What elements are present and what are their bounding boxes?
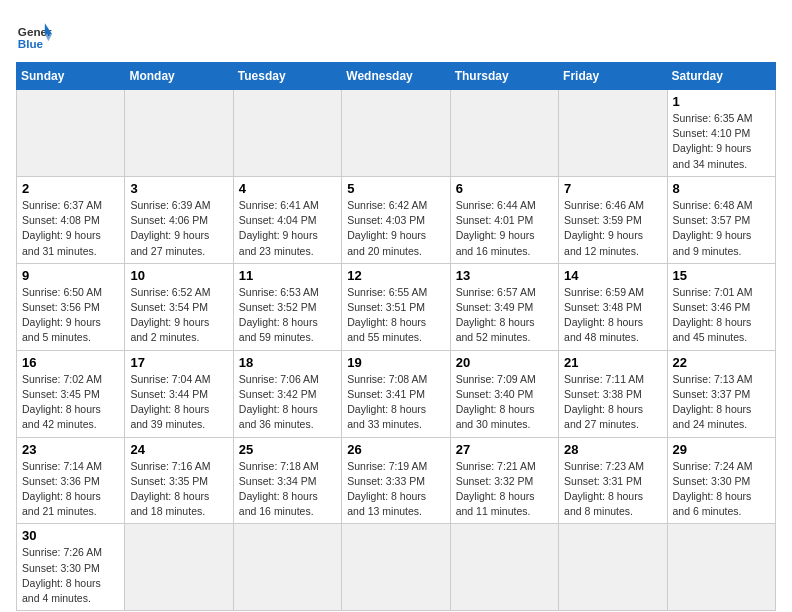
calendar-cell: 22Sunrise: 7:13 AM Sunset: 3:37 PM Dayli… — [667, 350, 775, 437]
weekday-header-saturday: Saturday — [667, 63, 775, 90]
calendar: SundayMondayTuesdayWednesdayThursdayFrid… — [16, 62, 776, 611]
calendar-cell: 23Sunrise: 7:14 AM Sunset: 3:36 PM Dayli… — [17, 437, 125, 524]
day-number: 3 — [130, 181, 227, 196]
day-info: Sunrise: 7:11 AM Sunset: 3:38 PM Dayligh… — [564, 372, 661, 433]
day-info: Sunrise: 7:06 AM Sunset: 3:42 PM Dayligh… — [239, 372, 336, 433]
week-row-1: 1Sunrise: 6:35 AM Sunset: 4:10 PM Daylig… — [17, 90, 776, 177]
day-number: 30 — [22, 528, 119, 543]
logo-icon: General Blue — [16, 16, 52, 52]
day-info: Sunrise: 6:48 AM Sunset: 3:57 PM Dayligh… — [673, 198, 770, 259]
day-number: 8 — [673, 181, 770, 196]
calendar-cell — [17, 90, 125, 177]
calendar-cell: 8Sunrise: 6:48 AM Sunset: 3:57 PM Daylig… — [667, 176, 775, 263]
weekday-header-thursday: Thursday — [450, 63, 558, 90]
calendar-cell: 4Sunrise: 6:41 AM Sunset: 4:04 PM Daylig… — [233, 176, 341, 263]
calendar-cell — [125, 90, 233, 177]
day-info: Sunrise: 6:52 AM Sunset: 3:54 PM Dayligh… — [130, 285, 227, 346]
day-number: 21 — [564, 355, 661, 370]
calendar-cell: 29Sunrise: 7:24 AM Sunset: 3:30 PM Dayli… — [667, 437, 775, 524]
day-number: 12 — [347, 268, 444, 283]
day-info: Sunrise: 7:23 AM Sunset: 3:31 PM Dayligh… — [564, 459, 661, 520]
day-info: Sunrise: 7:21 AM Sunset: 3:32 PM Dayligh… — [456, 459, 553, 520]
day-info: Sunrise: 6:53 AM Sunset: 3:52 PM Dayligh… — [239, 285, 336, 346]
day-info: Sunrise: 6:59 AM Sunset: 3:48 PM Dayligh… — [564, 285, 661, 346]
calendar-cell: 5Sunrise: 6:42 AM Sunset: 4:03 PM Daylig… — [342, 176, 450, 263]
day-number: 20 — [456, 355, 553, 370]
day-info: Sunrise: 6:50 AM Sunset: 3:56 PM Dayligh… — [22, 285, 119, 346]
day-number: 22 — [673, 355, 770, 370]
day-info: Sunrise: 7:02 AM Sunset: 3:45 PM Dayligh… — [22, 372, 119, 433]
calendar-cell: 6Sunrise: 6:44 AM Sunset: 4:01 PM Daylig… — [450, 176, 558, 263]
calendar-cell: 12Sunrise: 6:55 AM Sunset: 3:51 PM Dayli… — [342, 263, 450, 350]
week-row-3: 9Sunrise: 6:50 AM Sunset: 3:56 PM Daylig… — [17, 263, 776, 350]
calendar-cell: 21Sunrise: 7:11 AM Sunset: 3:38 PM Dayli… — [559, 350, 667, 437]
calendar-cell: 13Sunrise: 6:57 AM Sunset: 3:49 PM Dayli… — [450, 263, 558, 350]
calendar-cell: 10Sunrise: 6:52 AM Sunset: 3:54 PM Dayli… — [125, 263, 233, 350]
day-number: 5 — [347, 181, 444, 196]
day-number: 17 — [130, 355, 227, 370]
calendar-cell — [233, 524, 341, 611]
day-number: 27 — [456, 442, 553, 457]
calendar-cell: 30Sunrise: 7:26 AM Sunset: 3:30 PM Dayli… — [17, 524, 125, 611]
calendar-cell — [667, 524, 775, 611]
week-row-5: 23Sunrise: 7:14 AM Sunset: 3:36 PM Dayli… — [17, 437, 776, 524]
calendar-cell: 9Sunrise: 6:50 AM Sunset: 3:56 PM Daylig… — [17, 263, 125, 350]
day-number: 29 — [673, 442, 770, 457]
day-info: Sunrise: 7:18 AM Sunset: 3:34 PM Dayligh… — [239, 459, 336, 520]
calendar-cell: 11Sunrise: 6:53 AM Sunset: 3:52 PM Dayli… — [233, 263, 341, 350]
calendar-cell: 25Sunrise: 7:18 AM Sunset: 3:34 PM Dayli… — [233, 437, 341, 524]
calendar-cell — [559, 524, 667, 611]
day-info: Sunrise: 7:09 AM Sunset: 3:40 PM Dayligh… — [456, 372, 553, 433]
calendar-cell: 17Sunrise: 7:04 AM Sunset: 3:44 PM Dayli… — [125, 350, 233, 437]
day-info: Sunrise: 6:41 AM Sunset: 4:04 PM Dayligh… — [239, 198, 336, 259]
calendar-cell: 15Sunrise: 7:01 AM Sunset: 3:46 PM Dayli… — [667, 263, 775, 350]
calendar-cell: 26Sunrise: 7:19 AM Sunset: 3:33 PM Dayli… — [342, 437, 450, 524]
day-number: 9 — [22, 268, 119, 283]
header: General Blue — [16, 16, 776, 52]
calendar-cell: 2Sunrise: 6:37 AM Sunset: 4:08 PM Daylig… — [17, 176, 125, 263]
weekday-header-tuesday: Tuesday — [233, 63, 341, 90]
calendar-cell — [233, 90, 341, 177]
day-info: Sunrise: 7:24 AM Sunset: 3:30 PM Dayligh… — [673, 459, 770, 520]
svg-text:Blue: Blue — [18, 37, 44, 50]
day-number: 2 — [22, 181, 119, 196]
day-info: Sunrise: 6:39 AM Sunset: 4:06 PM Dayligh… — [130, 198, 227, 259]
weekday-header-sunday: Sunday — [17, 63, 125, 90]
day-info: Sunrise: 7:16 AM Sunset: 3:35 PM Dayligh… — [130, 459, 227, 520]
day-info: Sunrise: 6:35 AM Sunset: 4:10 PM Dayligh… — [673, 111, 770, 172]
calendar-cell — [125, 524, 233, 611]
calendar-cell: 16Sunrise: 7:02 AM Sunset: 3:45 PM Dayli… — [17, 350, 125, 437]
logo: General Blue — [16, 16, 52, 52]
day-info: Sunrise: 7:14 AM Sunset: 3:36 PM Dayligh… — [22, 459, 119, 520]
day-number: 23 — [22, 442, 119, 457]
calendar-cell — [450, 524, 558, 611]
day-number: 24 — [130, 442, 227, 457]
calendar-cell: 27Sunrise: 7:21 AM Sunset: 3:32 PM Dayli… — [450, 437, 558, 524]
calendar-cell — [559, 90, 667, 177]
day-number: 19 — [347, 355, 444, 370]
day-info: Sunrise: 7:26 AM Sunset: 3:30 PM Dayligh… — [22, 545, 119, 606]
calendar-cell — [450, 90, 558, 177]
calendar-cell: 24Sunrise: 7:16 AM Sunset: 3:35 PM Dayli… — [125, 437, 233, 524]
day-number: 28 — [564, 442, 661, 457]
day-info: Sunrise: 7:13 AM Sunset: 3:37 PM Dayligh… — [673, 372, 770, 433]
week-row-6: 30Sunrise: 7:26 AM Sunset: 3:30 PM Dayli… — [17, 524, 776, 611]
day-info: Sunrise: 7:19 AM Sunset: 3:33 PM Dayligh… — [347, 459, 444, 520]
day-info: Sunrise: 6:37 AM Sunset: 4:08 PM Dayligh… — [22, 198, 119, 259]
day-info: Sunrise: 6:57 AM Sunset: 3:49 PM Dayligh… — [456, 285, 553, 346]
calendar-cell: 7Sunrise: 6:46 AM Sunset: 3:59 PM Daylig… — [559, 176, 667, 263]
day-number: 1 — [673, 94, 770, 109]
day-number: 13 — [456, 268, 553, 283]
weekday-header-monday: Monday — [125, 63, 233, 90]
day-info: Sunrise: 7:04 AM Sunset: 3:44 PM Dayligh… — [130, 372, 227, 433]
day-info: Sunrise: 6:44 AM Sunset: 4:01 PM Dayligh… — [456, 198, 553, 259]
calendar-cell: 28Sunrise: 7:23 AM Sunset: 3:31 PM Dayli… — [559, 437, 667, 524]
day-number: 4 — [239, 181, 336, 196]
day-number: 18 — [239, 355, 336, 370]
week-row-2: 2Sunrise: 6:37 AM Sunset: 4:08 PM Daylig… — [17, 176, 776, 263]
day-number: 26 — [347, 442, 444, 457]
weekday-header-wednesday: Wednesday — [342, 63, 450, 90]
calendar-cell: 14Sunrise: 6:59 AM Sunset: 3:48 PM Dayli… — [559, 263, 667, 350]
day-number: 11 — [239, 268, 336, 283]
day-number: 16 — [22, 355, 119, 370]
